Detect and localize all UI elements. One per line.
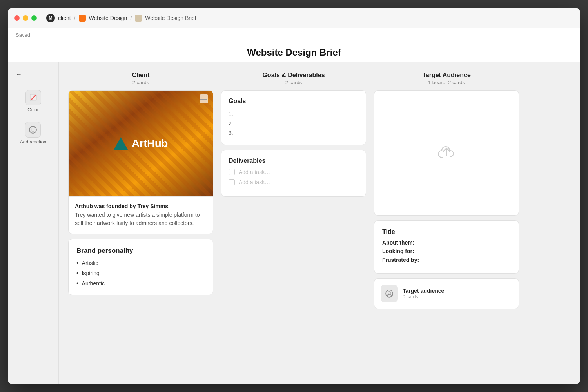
client-column-header: Client 2 cards	[68, 72, 213, 85]
target-audience-count: 0 cards	[403, 294, 444, 299]
client-column-subtitle: 2 cards	[68, 80, 213, 85]
brief-icon	[135, 15, 142, 22]
main-window: M client / Website Design / Website Desi…	[8, 8, 580, 384]
target-audience-link-card[interactable]: Target audience 0 cards	[374, 278, 519, 309]
client-description: Trey wanted to give new artists a simple…	[75, 211, 207, 227]
client-bold-text: Arthub was founded by Trey Simms.	[75, 203, 207, 209]
goals-column: Goals & Deliverables 2 cards Goals Deliv…	[221, 72, 366, 197]
target-audience-column: Target Audience 1 board, 2 cards Title	[374, 72, 519, 309]
target-audience-column-title: Target Audience	[374, 72, 519, 79]
home-avatar: M	[46, 14, 55, 22]
color-icon	[25, 90, 41, 105]
traffic-lights	[14, 15, 37, 21]
audience-looking-label: Looking for:	[382, 248, 414, 254]
brand-personality-card: Brand personality Artistic Ispiring Auth…	[68, 239, 213, 295]
list-item: Authentic	[76, 280, 205, 287]
minimize-button[interactable]	[23, 15, 28, 21]
reaction-label: Add reaction	[20, 139, 46, 145]
audience-info-card: Title About them: Looking for: Frustrate…	[374, 220, 519, 274]
target-audience-column-header: Target Audience 1 board, 2 cards	[374, 72, 519, 85]
target-audience-name: Target audience	[403, 288, 444, 294]
arthub-image: ArtHub	[69, 91, 213, 196]
reaction-tool[interactable]: Add reaction	[15, 119, 51, 148]
target-audience-info: Target audience 0 cards	[403, 288, 444, 299]
back-arrow-icon: ←	[16, 71, 22, 78]
close-button[interactable]	[14, 15, 20, 21]
task-item-1: Add a task…	[229, 169, 359, 175]
main-layout: ← Color	[8, 62, 580, 384]
audience-frustrated-field: Frustrated by:	[382, 257, 511, 263]
deliverables-title: Deliverables	[229, 157, 359, 164]
goals-title: Goals	[229, 98, 359, 105]
page-title: Website Design Brief	[8, 47, 580, 58]
brand-personality-title: Brand personality	[76, 247, 205, 255]
color-label: Color	[27, 107, 39, 113]
website-design-icon	[79, 15, 86, 22]
target-audience-column-subtitle: 1 board, 2 cards	[374, 80, 519, 85]
fullscreen-button[interactable]	[31, 15, 37, 21]
breadcrumb-website-design[interactable]: Website Design	[89, 15, 127, 21]
svg-point-4	[34, 129, 34, 129]
upload-card[interactable]	[374, 90, 519, 216]
task-checkbox-2[interactable]	[229, 179, 235, 185]
arthub-name: ArtHub	[132, 137, 168, 150]
list-item	[229, 109, 359, 119]
svg-point-3	[31, 129, 32, 129]
list-item: Artistic	[76, 260, 205, 267]
goals-list	[229, 109, 359, 138]
list-item	[229, 128, 359, 138]
list-item	[229, 119, 359, 128]
reaction-icon	[25, 122, 41, 138]
audience-about-label: About them:	[382, 240, 414, 246]
saved-bar: Saved	[8, 28, 580, 42]
breadcrumb-brief[interactable]: Website Design Brief	[145, 15, 196, 21]
saved-label: Saved	[16, 32, 30, 38]
breadcrumb-sep-2: /	[130, 15, 132, 21]
page-title-bar: Website Design Brief	[8, 42, 580, 62]
goals-column-header: Goals & Deliverables 2 cards	[221, 72, 366, 85]
svg-point-6	[388, 292, 390, 294]
sidebar: ← Color	[8, 62, 59, 384]
target-audience-link-icon	[381, 285, 398, 302]
titlebar: M client / Website Design / Website Desi…	[8, 8, 580, 28]
task-placeholder-1[interactable]: Add a task…	[239, 169, 270, 175]
breadcrumb-sep-1: /	[74, 15, 76, 21]
breadcrumb: M client / Website Design / Website Desi…	[46, 14, 196, 22]
client-text-area: Arthub was founded by Trey Simms. Trey w…	[69, 196, 213, 234]
client-image-card: ArtHub — Arthub was founded by Trey Simm…	[68, 90, 213, 234]
arthub-logo: ArtHub	[114, 137, 168, 150]
content-area: Client 2 cards ArtHub — Arthub was found…	[59, 62, 580, 384]
goals-column-subtitle: 2 cards	[221, 80, 366, 85]
task-placeholder-2[interactable]: Add a task…	[239, 179, 270, 185]
brand-personality-list: Artistic Ispiring Authentic	[76, 260, 205, 287]
minimize-card-icon[interactable]: —	[200, 94, 208, 103]
audience-title-label: Title	[382, 229, 511, 236]
arthub-triangle-icon	[114, 137, 128, 150]
task-item-2: Add a task…	[229, 179, 359, 185]
audience-about-field: About them:	[382, 240, 511, 246]
back-button[interactable]: ←	[8, 69, 58, 80]
deliverables-card: Deliverables Add a task… Add a task…	[221, 150, 366, 197]
client-column: Client 2 cards ArtHub — Arthub was found…	[68, 72, 213, 295]
client-column-title: Client	[68, 72, 213, 79]
breadcrumb-home[interactable]: client	[58, 15, 71, 21]
audience-frustrated-label: Frustrated by:	[382, 257, 419, 263]
color-tool[interactable]: Color	[21, 87, 46, 116]
goals-column-title: Goals & Deliverables	[221, 72, 366, 79]
audience-looking-field: Looking for:	[382, 248, 511, 254]
goals-card: Goals	[221, 90, 366, 145]
upload-icon	[435, 140, 458, 165]
list-item: Ispiring	[76, 270, 205, 277]
task-checkbox-1[interactable]	[229, 169, 235, 175]
